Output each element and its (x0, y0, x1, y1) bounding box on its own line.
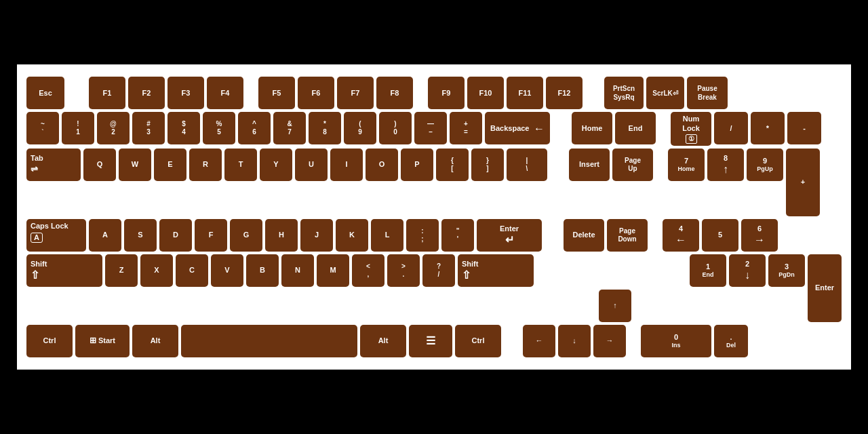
key-z[interactable]: Z (105, 254, 138, 287)
key-arrow-up[interactable]: ↑ (599, 290, 631, 322)
key-esc[interactable]: Esc (26, 77, 64, 109)
key-r[interactable]: R (189, 149, 222, 181)
key-prtscn[interactable]: PrtScnSysRq (604, 77, 644, 109)
key-pause[interactable]: PauseBreak (687, 77, 728, 109)
key-scrlk[interactable]: ScrLK⏎ (646, 77, 684, 109)
key-quote[interactable]: "' (441, 219, 474, 252)
key-numplus[interactable]: + (786, 149, 820, 216)
key-backslash[interactable]: |\ (507, 149, 547, 181)
key-4[interactable]: $4 (167, 112, 200, 144)
key-num7[interactable]: 7Home (668, 149, 705, 181)
key-f12[interactable]: F12 (546, 77, 583, 109)
key-pageup[interactable]: PageUp (612, 149, 653, 181)
key-f2[interactable]: F2 (128, 77, 165, 109)
key-h[interactable]: H (265, 219, 298, 252)
key-f7[interactable]: F7 (337, 77, 374, 109)
key-7[interactable]: &7 (273, 112, 306, 144)
key-num4[interactable]: 4← (663, 219, 699, 252)
key-f[interactable]: F (195, 219, 227, 252)
key-w[interactable]: W (119, 149, 151, 181)
key-1[interactable]: !1 (62, 112, 94, 144)
key-shift-left[interactable]: Shift ⇧ (26, 254, 102, 287)
key-period[interactable]: >. (387, 254, 420, 287)
key-home[interactable]: Home (572, 112, 612, 144)
key-f8[interactable]: F8 (376, 77, 413, 109)
key-9[interactable]: (9 (344, 112, 376, 144)
key-f11[interactable]: F11 (507, 77, 543, 109)
key-0[interactable]: )0 (379, 112, 412, 144)
key-equals[interactable]: += (450, 112, 482, 144)
key-shift-right[interactable]: Shift ⇧ (458, 254, 534, 287)
key-8[interactable]: *8 (309, 112, 341, 144)
key-t[interactable]: T (224, 149, 257, 181)
key-menu[interactable]: ☰ (409, 325, 452, 357)
key-2[interactable]: @2 (97, 112, 130, 144)
key-y[interactable]: Y (260, 149, 292, 181)
key-f1[interactable]: F1 (89, 77, 125, 109)
key-alt-left[interactable]: Alt (132, 325, 178, 357)
key-e[interactable]: E (154, 149, 186, 181)
key-arrow-left[interactable]: ← (523, 325, 555, 357)
key-x[interactable]: X (140, 254, 173, 287)
key-q[interactable]: Q (83, 149, 116, 181)
key-arrow-right[interactable]: → (593, 325, 626, 357)
key-f10[interactable]: F10 (467, 77, 504, 109)
key-backspace[interactable]: Backspace← (485, 112, 550, 144)
key-numlock[interactable]: NumLock① (671, 112, 711, 145)
key-d[interactable]: D (159, 219, 192, 252)
key-numslash[interactable]: / (714, 112, 748, 144)
key-alt-right[interactable]: Alt (360, 325, 406, 357)
key-3[interactable]: #3 (132, 112, 165, 144)
key-rbracket[interactable]: }] (471, 149, 504, 181)
key-numstar[interactable]: * (751, 112, 785, 144)
key-semicolon[interactable]: :; (406, 219, 439, 252)
key-num6[interactable]: 6→ (741, 219, 778, 252)
key-k[interactable]: K (336, 219, 368, 252)
key-tab[interactable]: Tab ⇌ (26, 149, 81, 181)
key-b[interactable]: B (246, 254, 279, 287)
key-f4[interactable]: F4 (207, 77, 243, 109)
key-u[interactable]: U (295, 149, 328, 181)
key-num2[interactable]: 2↓ (729, 254, 766, 287)
key-o[interactable]: O (366, 149, 398, 181)
key-slash[interactable]: ?/ (422, 254, 455, 287)
key-6[interactable]: ^6 (238, 112, 271, 144)
key-num9[interactable]: 9PgUp (747, 149, 783, 181)
key-enter[interactable]: Enter ↵ (477, 219, 542, 252)
key-num8[interactable]: 8↑ (707, 149, 744, 181)
key-num3[interactable]: 3PgDn (768, 254, 805, 287)
key-i[interactable]: I (330, 149, 363, 181)
key-numdot[interactable]: .Del (714, 325, 748, 357)
key-tilde[interactable]: ~` (26, 112, 59, 144)
key-l[interactable]: L (371, 219, 403, 252)
key-ctrl-left[interactable]: Ctrl (26, 325, 73, 357)
key-num0[interactable]: 0Ins (641, 325, 711, 357)
key-ctrl-right[interactable]: Ctrl (455, 325, 501, 357)
key-f9[interactable]: F9 (428, 77, 465, 109)
key-lbracket[interactable]: {[ (436, 149, 469, 181)
key-f5[interactable]: F5 (258, 77, 295, 109)
key-insert[interactable]: Insert (569, 149, 610, 181)
key-5[interactable]: %5 (203, 112, 235, 144)
key-m[interactable]: M (317, 254, 349, 287)
key-g[interactable]: G (230, 219, 262, 252)
key-numenter[interactable]: Enter (808, 254, 842, 322)
key-f6[interactable]: F6 (298, 77, 334, 109)
key-delete[interactable]: Delete (564, 219, 604, 252)
key-s[interactable]: S (124, 219, 157, 252)
key-arrow-down[interactable]: ↓ (558, 325, 591, 357)
key-pagedown[interactable]: PageDown (607, 219, 648, 252)
key-comma[interactable]: <, (352, 254, 384, 287)
key-c[interactable]: C (176, 254, 208, 287)
key-f3[interactable]: F3 (167, 77, 204, 109)
key-space[interactable] (181, 325, 357, 357)
key-start[interactable]: ⊞Start (75, 325, 130, 357)
key-num5[interactable]: 5 (702, 219, 738, 252)
key-n[interactable]: N (281, 254, 314, 287)
key-capslock[interactable]: Caps Lock A (26, 219, 86, 252)
key-p[interactable]: P (401, 149, 433, 181)
key-numminus[interactable]: - (787, 112, 821, 144)
key-j[interactable]: J (300, 219, 333, 252)
key-end[interactable]: End (615, 112, 656, 144)
key-num1[interactable]: 1End (690, 254, 726, 287)
